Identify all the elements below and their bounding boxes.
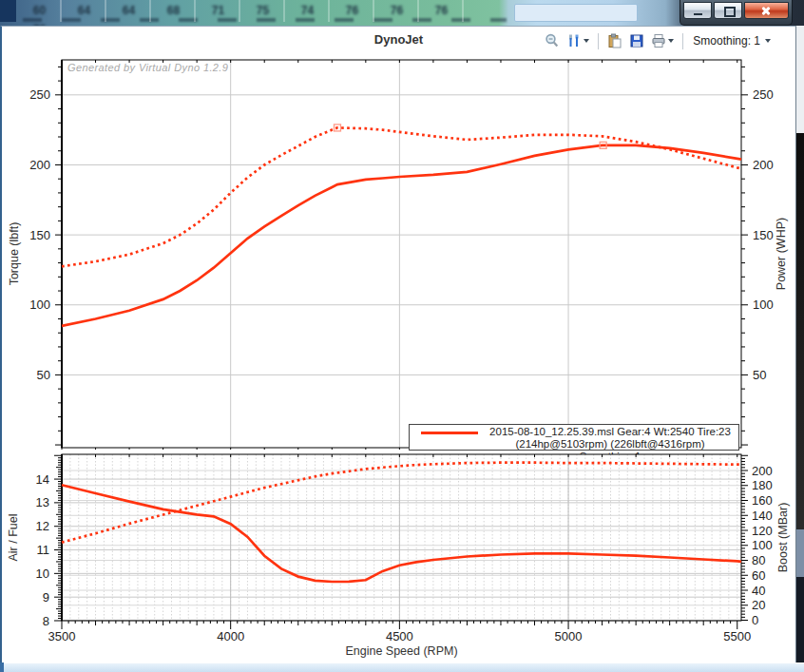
background-spreadsheet-strip: 6064646871757476767676 <box>0 0 804 26</box>
axis-label: 250 <box>29 87 50 102</box>
axis-label: 120 <box>752 524 773 538</box>
bottom-chart-group: 8910111213140204060801001201401601802003… <box>7 454 790 658</box>
maximize-button[interactable] <box>714 2 742 19</box>
chevron-down-icon <box>584 39 589 43</box>
app-window: DynoJet <box>0 26 796 662</box>
save-icon <box>629 33 644 48</box>
minimize-icon <box>694 13 702 15</box>
print-button[interactable] <box>650 32 675 49</box>
axis-label: 10 <box>36 566 49 581</box>
watermark: Generated by Virtual Dyno 1.2.9 <box>67 62 228 73</box>
axis-label: 200 <box>752 464 773 478</box>
zoom-out-button[interactable] <box>544 32 561 49</box>
axis-label: 13 <box>36 495 49 509</box>
axis-label: 80 <box>752 553 765 567</box>
axis-label: 100 <box>752 538 773 552</box>
dyno-chart[interactable]: 5050100100150150200200250250Torque (lbft… <box>2 55 798 450</box>
tools-icon <box>566 33 582 48</box>
axis-label: 160 <box>752 493 773 508</box>
axis-label: 60 <box>752 568 765 583</box>
maximize-icon <box>724 7 736 17</box>
axis-label: 9 <box>43 590 49 605</box>
toolbar-separator <box>598 33 599 49</box>
axis-label: 3500 <box>48 629 76 643</box>
afr-boost-chart[interactable]: 8910111213140204060801001201401601802003… <box>2 450 798 672</box>
axis-label: 5000 <box>555 629 583 643</box>
save-button[interactable] <box>628 32 645 49</box>
axis-label: 150 <box>753 228 774 242</box>
print-icon <box>651 33 666 48</box>
axis-label: 200 <box>29 158 50 172</box>
toolbar: Smoothing: 1 <box>544 30 773 51</box>
axis-label: Air / Fuel <box>7 513 20 561</box>
axis-label: Engine Speed (RPM) <box>345 644 457 658</box>
background-cell-selection <box>0 0 16 22</box>
tools-button[interactable] <box>565 32 590 49</box>
axis-label: 4000 <box>217 629 244 643</box>
minimize-button[interactable] <box>683 2 712 19</box>
chart-header: DynoJet <box>2 27 795 55</box>
axis-label: Boost (MBar) <box>776 503 790 573</box>
top-chart-group: 5050100100150150200200250250Torque (lbft… <box>8 60 788 450</box>
toolbar-separator <box>682 33 683 49</box>
axis-label: 0 <box>752 613 758 627</box>
axis-label: 200 <box>753 158 774 172</box>
axis-label: 12 <box>36 519 49 533</box>
axis-label: 8 <box>43 614 49 628</box>
axis-label: 40 <box>752 584 765 598</box>
axis-label: 100 <box>753 298 774 312</box>
axis-label: 20 <box>752 598 765 612</box>
smoothing-label: Smoothing: 1 <box>693 34 760 48</box>
axis-label: 5500 <box>723 629 751 643</box>
close-button[interactable] <box>744 2 789 19</box>
smoothing-dropdown[interactable]: Smoothing: 1 <box>691 33 773 48</box>
axis-label: 180 <box>752 478 773 492</box>
chevron-down-icon <box>668 39 674 43</box>
background-search-box[interactable] <box>514 4 638 22</box>
screen: 6064646871757476767676 DynoJet <box>0 0 804 672</box>
chevron-down-icon <box>765 39 771 43</box>
legend-run-info: 2015-08-10_12.25.39.msl Gear:4 Wt:2540 T… <box>486 426 735 438</box>
axis-label: 50 <box>753 368 766 382</box>
spreadsheet-column-lines <box>17 0 507 22</box>
axis-label: 4500 <box>386 629 413 643</box>
clipboard-paste-icon <box>607 33 622 48</box>
window-controls <box>680 0 793 26</box>
legend-line-sample <box>421 432 478 434</box>
axis-label: 100 <box>29 298 50 312</box>
axis-label: 250 <box>753 87 774 102</box>
axis-label: Power (WHP) <box>775 218 788 290</box>
paste-button[interactable] <box>606 32 623 49</box>
axis-label: 50 <box>37 368 50 382</box>
axis-label: 11 <box>37 543 50 557</box>
axis-label: 150 <box>29 228 50 242</box>
zoom-out-icon <box>545 33 560 48</box>
legend: 2015-08-10_12.25.39.msl Gear:4 Wt:2540 T… <box>409 424 739 451</box>
axis-label: 140 <box>752 509 773 523</box>
axis-label: Torque (lbft) <box>8 222 21 286</box>
axis-label: 14 <box>36 472 49 487</box>
